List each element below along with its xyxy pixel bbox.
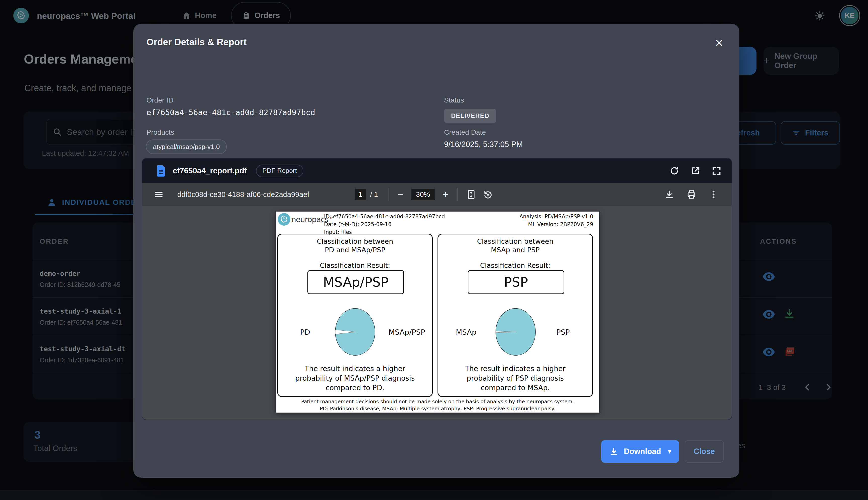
download-icon xyxy=(664,190,674,200)
pdf-viewport[interactable]: neuropacs™ ID: ef7650a4-56ae-481c-ad0d-8… xyxy=(142,206,732,420)
classification-panel-msap-psp: Classification between MSAp and PSP Clas… xyxy=(438,234,593,397)
screen: neuropacs™ Web Portal Home Orders KE xyxy=(0,0,868,500)
pdf-toolbar: ddf0c08d-ce30-4188-af06-cde2ada99aef 1 /… xyxy=(142,183,732,206)
fit-page-icon xyxy=(467,190,476,200)
report-date-line: Date (Y-M-D): 2025-09-16 xyxy=(324,221,392,227)
download-icon xyxy=(609,447,618,456)
rotate-button[interactable] xyxy=(483,190,493,199)
panel-text-line2: probability of MSAp/PSP diagnosis xyxy=(278,374,432,383)
order-details-modal: Order Details & Report ✕ Order ID ef7650… xyxy=(134,24,739,478)
panel-title-line1: Classification between xyxy=(438,237,592,245)
pdf-doc-title: ddf0c08d-ce30-4188-af06-cde2ada99aef xyxy=(177,191,310,199)
order-id-label: Order ID xyxy=(147,96,173,104)
open-in-new-button[interactable] xyxy=(691,166,701,176)
result-value-box: MSAp/PSP xyxy=(308,270,404,294)
page-total-label: / 1 xyxy=(370,191,378,198)
close-button[interactable]: Close xyxy=(685,440,724,463)
products-label: Products xyxy=(147,128,174,136)
sidebar-toggle-button[interactable] xyxy=(154,190,163,199)
pdf-viewer-card: ef7650a4_report.pdf PDF Report xyxy=(142,158,732,420)
status-badge: DELIVERED xyxy=(444,109,496,123)
file-icon xyxy=(156,165,166,177)
report-ml-line: ML Version: 2BP20V6_29 xyxy=(528,221,593,227)
pdf-report-badge: PDF Report xyxy=(256,164,303,177)
created-date-value: 9/16/2025, 5:37:05 PM xyxy=(444,140,523,149)
pie-chart-msap-vs-psp xyxy=(493,305,538,359)
caret-down-icon: ▾ xyxy=(668,448,671,455)
report-disclaimer-line2: PD: Parkinson's disease, MSAp: Multiple … xyxy=(276,406,599,411)
toolbar-divider xyxy=(389,188,389,201)
kebab-menu-icon xyxy=(708,190,719,200)
close-icon[interactable]: ✕ xyxy=(711,35,727,51)
report-logo-icon xyxy=(278,213,290,226)
hamburger-menu-icon xyxy=(154,190,163,199)
zoom-in-button[interactable]: + xyxy=(442,190,448,200)
classification-panel-pd-msappsp: Classification between PD and MSAp/PSP C… xyxy=(277,234,433,397)
panel-text-line2: probability of PSP diagnosis xyxy=(438,374,592,383)
pie-left-label: MSAp xyxy=(456,328,476,337)
result-label: Classification Result: xyxy=(278,262,432,269)
panel-text-line1: The result indicates a higher xyxy=(278,365,432,373)
created-date-label: Created Date xyxy=(444,128,486,136)
fullscreen-icon xyxy=(711,166,721,176)
pie-chart-pd-vs-msappsp xyxy=(333,305,378,359)
pie-left-label: PD xyxy=(300,328,310,337)
panel-title-line2: MSAp and PSP xyxy=(438,246,592,254)
panel-text-line3: compared to MSAp. xyxy=(438,384,592,392)
pdf-download-button[interactable] xyxy=(664,190,674,200)
report-id-line: ID: ef7650a4-56ae-481c-ad0d-82787ad97bcd xyxy=(324,214,445,219)
rotate-icon xyxy=(483,190,493,199)
result-value-box: PSP xyxy=(468,270,564,294)
result-label: Classification Result: xyxy=(438,262,592,269)
fit-page-button[interactable] xyxy=(467,190,476,200)
report-analysis-line: Analysis: PD/MSAp/PSP-v1.0 xyxy=(519,214,593,219)
pie-right-label: MSAp/PSP xyxy=(389,328,425,337)
report-disclaimer-line1: Patient management decisions should not … xyxy=(276,398,599,405)
panel-text-line3: compared to PD. xyxy=(278,384,432,392)
pdf-more-button[interactable] xyxy=(708,190,719,200)
download-button-label: Download xyxy=(624,447,661,456)
zoom-out-button[interactable]: − xyxy=(397,190,403,200)
fullscreen-button[interactable] xyxy=(711,166,721,176)
product-chip: atypical/msap/psp-v1.0 xyxy=(146,139,227,154)
close-button-label: Close xyxy=(694,447,715,456)
pdf-filename: ef7650a4_report.pdf xyxy=(173,166,247,175)
modal-title: Order Details & Report xyxy=(147,37,247,47)
toolbar-divider xyxy=(457,188,458,201)
panel-title-line1: Classification between xyxy=(278,237,432,245)
brain-icon xyxy=(279,215,289,224)
document-icon xyxy=(156,165,166,177)
open-in-new-icon xyxy=(691,166,701,176)
reload-pdf-button[interactable] xyxy=(669,166,679,176)
pdf-viewer-header: ef7650a4_report.pdf PDF Report xyxy=(142,159,732,183)
order-id-value: ef7650a4-56ae-481c-ad0d-82787ad97bcd xyxy=(147,108,315,117)
download-button[interactable]: Download ▾ xyxy=(601,440,679,463)
status-label: Status xyxy=(444,96,464,104)
print-icon xyxy=(686,190,696,200)
refresh-icon xyxy=(669,166,679,176)
pdf-print-button[interactable] xyxy=(686,190,696,200)
panel-title-line2: PD and MSAp/PSP xyxy=(278,246,432,254)
panel-text-line1: The result indicates a higher xyxy=(438,365,592,373)
page-number-input[interactable]: 1 xyxy=(355,189,366,200)
pie-right-label: PSP xyxy=(556,328,570,337)
pdf-page: neuropacs™ ID: ef7650a4-56ae-481c-ad0d-8… xyxy=(276,212,599,412)
zoom-level-input[interactable]: 30% xyxy=(411,189,435,200)
